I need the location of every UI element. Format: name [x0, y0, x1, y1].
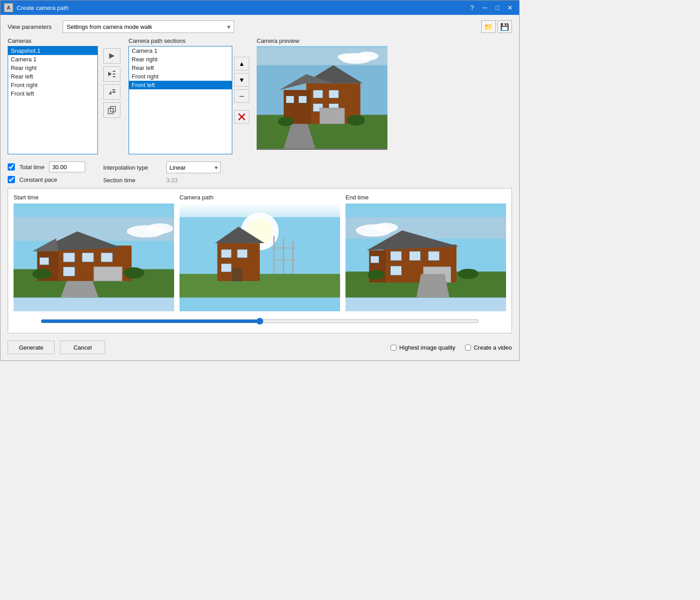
- svg-marker-5: [109, 91, 111, 94]
- constant-pace-row: Constant pace: [8, 176, 85, 183]
- remove-button[interactable]: ─: [234, 89, 249, 103]
- svg-rect-76: [390, 251, 401, 261]
- end-time-label: End time: [345, 194, 506, 201]
- svg-rect-66: [221, 263, 231, 272]
- svg-rect-79: [390, 266, 401, 275]
- maximize-button[interactable]: □: [492, 2, 503, 13]
- bottom-panel: Start time: [8, 188, 512, 333]
- svg-rect-45: [63, 253, 75, 262]
- toolbar-icons: 📁 💾: [481, 20, 512, 33]
- bottom-settings: Total time Constant pace Interpolation t…: [8, 162, 512, 184]
- svg-point-52: [124, 267, 144, 278]
- move-up-button[interactable]: ▲: [234, 57, 249, 70]
- total-time-label[interactable]: Total time: [19, 164, 45, 171]
- actions-row: Generate Cancel Highest image quality Cr…: [8, 338, 512, 355]
- move-down-button[interactable]: ▼: [234, 73, 249, 87]
- slider-row: [14, 315, 506, 328]
- list-item[interactable]: Camera 1: [129, 46, 232, 55]
- side-buttons: ▲ ▼ ─: [234, 46, 251, 154]
- view-params-select-wrapper: Settings from camera mode walk Custom se…: [63, 20, 234, 33]
- bottom-panel-row: Start time: [14, 194, 506, 311]
- svg-rect-31: [299, 96, 307, 103]
- window-title: Create camera path: [17, 5, 467, 11]
- help-button[interactable]: ?: [467, 2, 478, 13]
- constant-pace-label[interactable]: Constant pace: [19, 176, 57, 183]
- content-area: View parameters Settings from camera mod…: [0, 15, 519, 360]
- list-item[interactable]: Snapshot.1: [8, 46, 97, 55]
- camera-path-card: Camera path: [180, 194, 340, 311]
- cancel-button[interactable]: Cancel: [60, 341, 105, 354]
- minimize-button[interactable]: ─: [479, 2, 490, 13]
- window-controls: ? ─ □ ✕: [467, 2, 516, 13]
- close-button[interactable]: ✕: [505, 2, 516, 13]
- end-time-card: End time: [345, 194, 506, 311]
- path-sections-list[interactable]: Camera 1 Rear right Rear left Front righ…: [129, 46, 232, 154]
- cameras-section: Cameras Snapshot.1 Camera 1 Rear right R…: [8, 37, 98, 154]
- interpolation-row: Interpolation type Linear Bezier: [103, 162, 221, 173]
- svg-point-34: [347, 115, 365, 126]
- section-time-value: 3.23: [166, 177, 178, 184]
- list-item[interactable]: Rear left: [8, 72, 97, 81]
- svg-marker-8: [114, 91, 115, 93]
- move-section-button[interactable]: [103, 84, 120, 100]
- cameras-list[interactable]: Snapshot.1 Camera 1 Rear right Rear left…: [8, 46, 98, 154]
- total-time-row: Total time: [8, 162, 85, 172]
- list-item[interactable]: Rear left: [129, 64, 232, 72]
- svg-rect-65: [237, 249, 248, 258]
- generate-button[interactable]: Generate: [8, 341, 55, 354]
- section-time-row: Section time 3.23: [103, 177, 221, 184]
- svg-point-38: [147, 223, 173, 234]
- list-item[interactable]: Rear right: [129, 55, 232, 64]
- list-item[interactable]: Rear right: [8, 64, 97, 72]
- open-folder-button[interactable]: 📁: [481, 20, 496, 33]
- main-window: A Create camera path ? ─ □ ✕ View parame…: [0, 0, 520, 361]
- delete-button[interactable]: [234, 110, 249, 124]
- path-sections: Camera path sections Camera 1 Rear right…: [129, 37, 251, 154]
- highest-quality-label[interactable]: Highest image quality: [399, 344, 455, 351]
- timeline-slider[interactable]: [41, 317, 479, 326]
- app-icon: A: [4, 3, 13, 12]
- add-to-path-button[interactable]: [103, 48, 120, 64]
- svg-rect-27: [329, 90, 339, 98]
- svg-point-71: [373, 223, 398, 232]
- svg-rect-67: [232, 268, 242, 281]
- interpolation-section: Interpolation type Linear Bezier Section…: [103, 162, 221, 184]
- start-time-preview: [14, 203, 174, 311]
- check-options: Highest image quality Create a video: [391, 344, 512, 351]
- view-params-row: View parameters Settings from camera mod…: [8, 20, 512, 33]
- camera-preview-section: Camera preview: [257, 37, 512, 154]
- title-bar: A Create camera path ? ─ □ ✕: [0, 0, 519, 15]
- insert-section-button[interactable]: [103, 66, 120, 82]
- list-item[interactable]: Camera 1: [8, 55, 97, 64]
- list-item[interactable]: Front left: [129, 81, 232, 89]
- list-item[interactable]: Front left: [8, 89, 97, 98]
- svg-point-33: [278, 117, 294, 126]
- svg-rect-47: [101, 253, 113, 262]
- svg-point-82: [368, 270, 385, 280]
- total-time-checkbox[interactable]: [8, 163, 15, 171]
- list-item[interactable]: Front right: [8, 81, 97, 89]
- create-video-label[interactable]: Create a video: [474, 344, 512, 351]
- save-button[interactable]: 💾: [497, 20, 512, 33]
- svg-marker-1: [108, 72, 112, 76]
- svg-marker-0: [109, 53, 115, 59]
- list-item[interactable]: Front right: [129, 72, 232, 81]
- interpolation-select[interactable]: Linear Bezier: [166, 162, 221, 173]
- svg-rect-30: [286, 96, 294, 103]
- section-time-label: Section time: [103, 177, 162, 184]
- svg-rect-32: [320, 108, 345, 124]
- svg-rect-49: [40, 258, 49, 265]
- total-time-input[interactable]: [49, 162, 85, 172]
- camera-preview-image: [257, 46, 387, 150]
- main-area: Cameras Snapshot.1 Camera 1 Rear right R…: [8, 37, 512, 154]
- constant-pace-checkbox[interactable]: [8, 176, 15, 183]
- svg-rect-26: [313, 90, 323, 98]
- create-video-checkbox[interactable]: [465, 345, 471, 351]
- camera-path-label: Camera path: [180, 194, 340, 201]
- svg-rect-80: [370, 256, 379, 263]
- duplicate-button[interactable]: [103, 102, 120, 118]
- interpolation-select-wrapper: Linear Bezier: [166, 162, 221, 173]
- middle-buttons: [103, 37, 123, 154]
- highest-quality-checkbox[interactable]: [391, 345, 396, 351]
- view-params-select[interactable]: Settings from camera mode walk Custom se…: [63, 20, 234, 33]
